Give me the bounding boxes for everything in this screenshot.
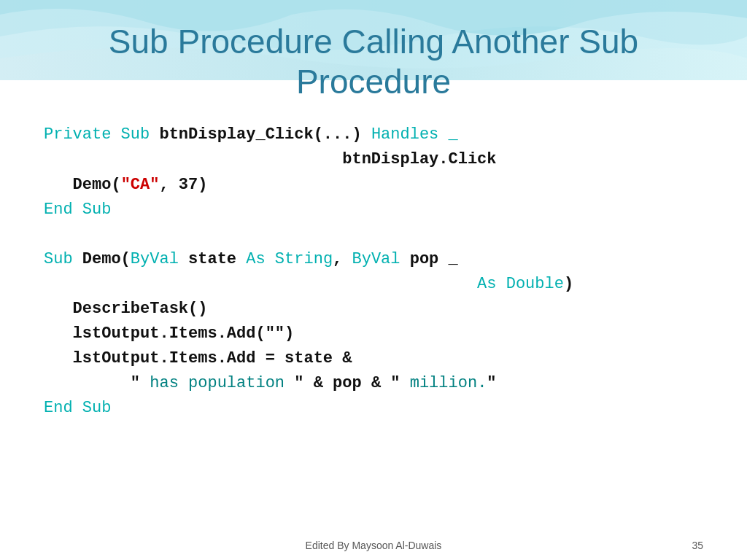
- param-pop: pop _: [410, 250, 458, 268]
- demo-signature: Demo(: [82, 250, 131, 268]
- code-line-11: End Sub: [44, 396, 703, 421]
- code-line-8: lstOutput.Items.Add(""): [44, 322, 703, 346]
- indent-string: ": [44, 374, 150, 392]
- keyword-sub: Sub: [44, 250, 82, 268]
- keyword-end-sub-2: End Sub: [44, 399, 111, 417]
- code-line-1: Private Sub btnDisplay_Click(...) Handle…: [44, 122, 703, 147]
- code-line-7: DescribeTask(): [44, 297, 703, 322]
- main-content: Sub Procedure Calling Another Sub Proced…: [0, 0, 747, 436]
- keyword-as-string: As String: [246, 250, 333, 268]
- slide-footer: Edited By Maysoon Al-Duwais 35: [0, 540, 747, 551]
- string-ca: "CA": [121, 176, 160, 194]
- code-line-9: lstOutput.Items.Add = state &: [44, 346, 703, 371]
- code-line-2: btnDisplay.Click: [44, 147, 703, 172]
- keyword-as-double: As Double: [477, 275, 564, 293]
- string-million: million.: [400, 374, 487, 392]
- demo-args: , 37): [159, 176, 207, 194]
- keyword-end-sub-1: End Sub: [44, 201, 111, 219]
- string-has-population: has population: [150, 374, 294, 392]
- keyword-byval-2: ByVal: [352, 250, 410, 268]
- handles-continuation: btnDisplay.Click: [44, 150, 497, 168]
- keyword-byval-1: ByVal: [131, 250, 188, 268]
- close-quote: ": [487, 374, 496, 392]
- code-line-10: " has population " & pop & " million.": [44, 371, 703, 396]
- footer-page-number: 35: [692, 540, 703, 551]
- ampersand-pop: " & pop & ": [294, 374, 400, 392]
- indent-as-double: [44, 275, 477, 293]
- code-block: Private Sub btnDisplay_Click(...) Handle…: [44, 122, 703, 421]
- code-line-6: As Double): [44, 272, 703, 297]
- describe-task: DescribeTask(): [44, 300, 207, 318]
- code-line-4: End Sub: [44, 198, 703, 222]
- keyword-private-sub: Private Sub: [44, 125, 159, 144]
- keyword-handles: Handles _: [371, 125, 458, 144]
- footer-editor: Edited By Maysoon Al-Duwais: [306, 540, 442, 551]
- lst-add-empty: lstOutput.Items.Add(""): [44, 324, 294, 343]
- code-line-3: Demo("CA", 37): [44, 173, 703, 198]
- demo-call: Demo(: [44, 176, 121, 194]
- code-blank-1: [44, 222, 703, 247]
- close-paren: ): [564, 275, 573, 293]
- code-line-5: Sub Demo(ByVal state As String, ByVal po…: [44, 247, 703, 272]
- func-name: btnDisplay_Click(...): [159, 125, 371, 144]
- comma-byval: ,: [333, 250, 352, 268]
- lst-add-state: lstOutput.Items.Add = state &: [44, 349, 352, 368]
- param-state: state: [188, 250, 246, 268]
- slide-title: Sub Procedure Calling Another Sub Proced…: [44, 22, 703, 102]
